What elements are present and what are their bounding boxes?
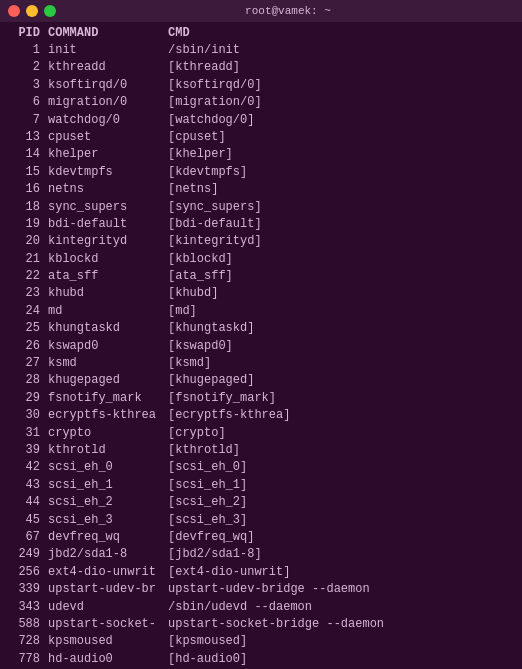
row-args: /sbin/udevd --daemon <box>168 599 516 616</box>
row-pid: 1 <box>6 42 48 59</box>
table-row: 42scsi_eh_0[scsi_eh_0] <box>6 459 516 476</box>
row-args: [kthreadd] <box>168 59 516 76</box>
row-pid: 16 <box>6 181 48 198</box>
table-row: 25khungtaskd[khungtaskd] <box>6 320 516 337</box>
table-row: 15kdevtmpfs[kdevtmpfs] <box>6 164 516 181</box>
row-command: kthreadd <box>48 59 168 76</box>
table-row: 22ata_sff[ata_sff] <box>6 268 516 285</box>
table-row: 14khelper[khelper] <box>6 146 516 163</box>
row-args: [watchdog/0] <box>168 112 516 129</box>
table-row: 7watchdog/0[watchdog/0] <box>6 112 516 129</box>
row-args: [kintegrityd] <box>168 233 516 250</box>
row-command: netns <box>48 181 168 198</box>
row-args: [kdevtmpfs] <box>168 164 516 181</box>
table-row: 339upstart-udev-brupstart-udev-bridge --… <box>6 581 516 598</box>
table-row: 6migration/0[migration/0] <box>6 94 516 111</box>
table-row: 249jbd2/sda1-8[jbd2/sda1-8] <box>6 546 516 563</box>
row-pid: 339 <box>6 581 48 598</box>
row-args: [fsnotify_mark] <box>168 390 516 407</box>
row-command: cpuset <box>48 129 168 146</box>
title-bar: root@vamek: ~ <box>0 0 522 22</box>
row-args: [ext4-dio-unwrit] <box>168 564 516 581</box>
row-command: init <box>48 42 168 59</box>
row-args: [khubd] <box>168 285 516 302</box>
row-pid: 43 <box>6 477 48 494</box>
table-row: 26kswapd0[kswapd0] <box>6 338 516 355</box>
header-cmd: CMD <box>168 26 516 40</box>
table-row: 67devfreq_wq[devfreq_wq] <box>6 529 516 546</box>
minimize-button[interactable] <box>26 5 38 17</box>
table-row: 2kthreadd[kthreadd] <box>6 59 516 76</box>
table-header: PID COMMAND CMD <box>6 26 516 40</box>
maximize-button[interactable] <box>44 5 56 17</box>
row-command: crypto <box>48 425 168 442</box>
row-pid: 256 <box>6 564 48 581</box>
row-command: ecryptfs-kthrea <box>48 407 168 424</box>
table-row: 29fsnotify_mark[fsnotify_mark] <box>6 390 516 407</box>
row-args: [scsi_eh_2] <box>168 494 516 511</box>
row-pid: 6 <box>6 94 48 111</box>
table-row: 1init/sbin/init <box>6 42 516 59</box>
row-command: kswapd0 <box>48 338 168 355</box>
row-args: [scsi_eh_3] <box>168 512 516 529</box>
row-pid: 778 <box>6 651 48 668</box>
table-row: 588upstart-socket-upstart-socket-bridge … <box>6 616 516 633</box>
row-pid: 67 <box>6 529 48 546</box>
row-pid: 19 <box>6 216 48 233</box>
row-pid: 27 <box>6 355 48 372</box>
row-args: [hd-audio0] <box>168 651 516 668</box>
row-pid: 45 <box>6 512 48 529</box>
row-command: jbd2/sda1-8 <box>48 546 168 563</box>
row-pid: 343 <box>6 599 48 616</box>
row-pid: 588 <box>6 616 48 633</box>
table-row: 20kintegrityd[kintegrityd] <box>6 233 516 250</box>
row-pid: 25 <box>6 320 48 337</box>
row-pid: 28 <box>6 372 48 389</box>
row-command: khungtaskd <box>48 320 168 337</box>
row-pid: 42 <box>6 459 48 476</box>
row-pid: 26 <box>6 338 48 355</box>
row-command: kpsmoused <box>48 633 168 650</box>
row-command: kblockd <box>48 251 168 268</box>
row-pid: 18 <box>6 199 48 216</box>
table-row: 43scsi_eh_1[scsi_eh_1] <box>6 477 516 494</box>
row-command: udevd <box>48 599 168 616</box>
table-row: 39kthrotld[kthrotld] <box>6 442 516 459</box>
table-row: 30ecryptfs-kthrea[ecryptfs-kthrea] <box>6 407 516 424</box>
row-args: [ksmd] <box>168 355 516 372</box>
row-args: [ata_sff] <box>168 268 516 285</box>
row-pid: 24 <box>6 303 48 320</box>
row-args: [kswapd0] <box>168 338 516 355</box>
row-command: bdi-default <box>48 216 168 233</box>
row-command: scsi_eh_2 <box>48 494 168 511</box>
row-command: scsi_eh_3 <box>48 512 168 529</box>
row-args: [kthrotld] <box>168 442 516 459</box>
row-args: [migration/0] <box>168 94 516 111</box>
row-command: kdevtmpfs <box>48 164 168 181</box>
table-row: 24md[md] <box>6 303 516 320</box>
table-row: 28khugepaged[khugepaged] <box>6 372 516 389</box>
close-button[interactable] <box>8 5 20 17</box>
table-row: 19bdi-default[bdi-default] <box>6 216 516 233</box>
row-pid: 31 <box>6 425 48 442</box>
row-command: ext4-dio-unwrit <box>48 564 168 581</box>
row-pid: 249 <box>6 546 48 563</box>
row-command: hd-audio0 <box>48 651 168 668</box>
row-pid: 20 <box>6 233 48 250</box>
row-args: upstart-udev-bridge --daemon <box>168 581 516 598</box>
row-pid: 23 <box>6 285 48 302</box>
row-args: [cpuset] <box>168 129 516 146</box>
row-command: khugepaged <box>48 372 168 389</box>
row-command: ksmd <box>48 355 168 372</box>
table-row: 13cpuset[cpuset] <box>6 129 516 146</box>
row-args: [scsi_eh_0] <box>168 459 516 476</box>
table-body: 1init/sbin/init2kthreadd[kthreadd]3ksoft… <box>6 42 516 669</box>
table-row: 23khubd[khubd] <box>6 285 516 302</box>
row-command: sync_supers <box>48 199 168 216</box>
row-args: [bdi-default] <box>168 216 516 233</box>
row-args: /sbin/init <box>168 42 516 59</box>
row-pid: 22 <box>6 268 48 285</box>
table-row: 18sync_supers[sync_supers] <box>6 199 516 216</box>
row-command: md <box>48 303 168 320</box>
table-row: 16netns[netns] <box>6 181 516 198</box>
